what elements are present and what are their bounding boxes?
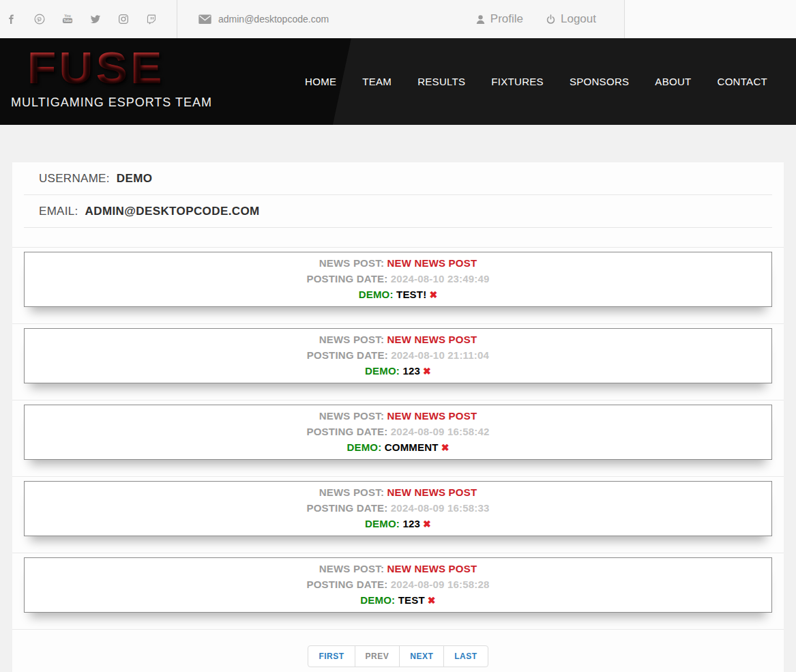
comment-text: TEST! — [396, 289, 426, 300]
fuse-logo: FUSE — [27, 40, 165, 97]
person-icon — [475, 14, 486, 25]
main-content: USERNAME: DEMO EMAIL: ADMIN@DESKTOPCODE.… — [0, 125, 796, 672]
delete-comment-icon[interactable]: ✖ — [423, 366, 431, 377]
instagram-icon[interactable] — [117, 13, 130, 25]
topbar: You Tube admin@desktopcode.com Profile — [0, 0, 796, 38]
profile-panel: USERNAME: DEMO EMAIL: ADMIN@DESKTOPCODE.… — [12, 162, 784, 672]
site-header: FUSE MULTIGAMING ESPORTS TEAM HOME TEAM … — [0, 38, 796, 125]
brand[interactable]: FUSE MULTIGAMING ESPORTS TEAM — [11, 40, 212, 110]
comment-card: NEWS POST: NEW NEWS POST POSTING DATE: 2… — [24, 481, 772, 536]
delete-comment-icon[interactable]: ✖ — [423, 518, 431, 529]
account-links: Profile Logout — [475, 0, 625, 38]
news-post-label: NEWS POST: — [319, 257, 384, 269]
posting-date-label: POSTING DATE: — [306, 502, 387, 514]
comment-author: DEMO: — [365, 518, 400, 529]
power-icon — [545, 14, 557, 25]
comment-author: DEMO: — [365, 365, 400, 377]
comment-section: NEWS POST: NEW NEWS POST POSTING DATE: 2… — [12, 476, 784, 553]
news-post-link[interactable]: NEW NEWS POST — [387, 486, 477, 498]
nav-home[interactable]: HOME — [305, 76, 336, 87]
comment-text: COMMENT — [385, 441, 439, 453]
comment-author: DEMO: — [359, 289, 394, 300]
pinterest-icon[interactable] — [33, 13, 46, 25]
pagination-prev-button[interactable]: PREV — [355, 645, 400, 667]
delete-comment-icon[interactable]: ✖ — [428, 595, 436, 606]
email-label: EMAIL: — [39, 205, 78, 218]
youtube-icon[interactable]: You Tube — [61, 13, 74, 25]
email-value: ADMIN@DESKTOPCODE.COM — [85, 205, 260, 218]
comment-card: NEWS POST: NEW NEWS POST POSTING DATE: 2… — [24, 405, 772, 460]
posting-date-label: POSTING DATE: — [306, 426, 387, 437]
posting-date-value: 2024-08-10 23:49:49 — [391, 273, 490, 284]
nav-fixtures[interactable]: FIXTURES — [491, 76, 544, 87]
brand-tagline: MULTIGAMING ESPORTS TEAM — [11, 96, 212, 110]
main-nav: HOME TEAM RESULTS FIXTURES SPONSORS ABOU… — [305, 38, 767, 125]
username-label: USERNAME: — [39, 172, 110, 185]
news-post-label: NEWS POST: — [319, 334, 384, 345]
topbar-email-link[interactable]: admin@desktopcode.com — [198, 13, 329, 25]
comment-card: NEWS POST: NEW NEWS POST POSTING DATE: 2… — [24, 328, 772, 383]
posting-date-value: 2024-08-10 21:11:04 — [391, 349, 489, 361]
news-post-label: NEWS POST: — [319, 563, 384, 574]
news-post-label: NEWS POST: — [319, 410, 384, 422]
nav-contact[interactable]: CONTACT — [718, 76, 767, 87]
pagination-last-button[interactable]: LAST — [443, 645, 488, 667]
topbar-email-text: admin@desktopcode.com — [218, 14, 329, 25]
svg-text:You: You — [64, 14, 71, 18]
username-value: DEMO — [117, 172, 153, 185]
news-post-label: NEWS POST: — [319, 486, 384, 498]
comment-author: DEMO: — [347, 441, 381, 453]
news-post-link[interactable]: NEW NEWS POST — [387, 334, 477, 345]
nav-team[interactable]: TEAM — [362, 76, 392, 87]
posting-date-value: 2024-08-09 16:58:42 — [391, 426, 490, 437]
profile-link[interactable]: Profile — [475, 12, 523, 26]
posting-date-value: 2024-08-09 16:58:28 — [391, 579, 490, 590]
envelope-icon — [198, 13, 212, 25]
svg-text:Tube: Tube — [63, 18, 72, 23]
comment-author: DEMO: — [360, 594, 395, 606]
email-row: EMAIL: ADMIN@DESKTOPCODE.COM — [24, 195, 772, 228]
comment-text: TEST — [398, 594, 425, 606]
logout-link[interactable]: Logout — [545, 12, 596, 26]
news-post-link[interactable]: NEW NEWS POST — [387, 563, 477, 574]
news-post-link[interactable]: NEW NEWS POST — [387, 410, 477, 422]
pagination-first-button[interactable]: FIRST — [308, 645, 355, 667]
posting-date-label: POSTING DATE: — [307, 349, 388, 361]
nav-about[interactable]: ABOUT — [655, 76, 691, 87]
delete-comment-icon[interactable]: ✖ — [441, 442, 449, 453]
comment-card: NEWS POST: NEW NEWS POST POSTING DATE: 2… — [24, 557, 772, 613]
posting-date-label: POSTING DATE: — [306, 273, 387, 284]
social-icons: You Tube — [0, 0, 177, 38]
spacer — [12, 228, 784, 247]
comment-section: NEWS POST: NEW NEWS POST POSTING DATE: 2… — [12, 553, 784, 629]
logout-label: Logout — [561, 12, 596, 26]
posting-date-value: 2024-08-09 16:58:33 — [391, 502, 490, 514]
comment-text: 123 — [402, 365, 420, 377]
twitch-icon[interactable] — [145, 13, 158, 25]
pagination: FIRST PREV NEXT LAST — [12, 629, 784, 672]
nav-results[interactable]: RESULTS — [417, 76, 465, 87]
posting-date-label: POSTING DATE: — [306, 579, 387, 590]
comment-section: NEWS POST: NEW NEWS POST POSTING DATE: 2… — [12, 323, 784, 400]
delete-comment-icon[interactable]: ✖ — [429, 289, 437, 300]
comment-text: 123 — [402, 518, 420, 529]
nav-sponsors[interactable]: SPONSORS — [570, 76, 629, 87]
pagination-group: FIRST PREV NEXT LAST — [308, 645, 488, 667]
comment-card: NEWS POST: NEW NEWS POST POSTING DATE: 2… — [24, 252, 772, 307]
pagination-next-button[interactable]: NEXT — [399, 645, 444, 667]
comment-section: NEWS POST: NEW NEWS POST POSTING DATE: 2… — [12, 247, 784, 323]
twitter-icon[interactable] — [89, 13, 102, 25]
news-post-link[interactable]: NEW NEWS POST — [387, 257, 477, 269]
topbar-spacer — [625, 0, 796, 38]
comment-section: NEWS POST: NEW NEWS POST POSTING DATE: 2… — [12, 400, 784, 476]
facebook-icon[interactable] — [5, 13, 18, 25]
username-row: USERNAME: DEMO — [24, 162, 772, 195]
profile-label: Profile — [490, 12, 523, 26]
